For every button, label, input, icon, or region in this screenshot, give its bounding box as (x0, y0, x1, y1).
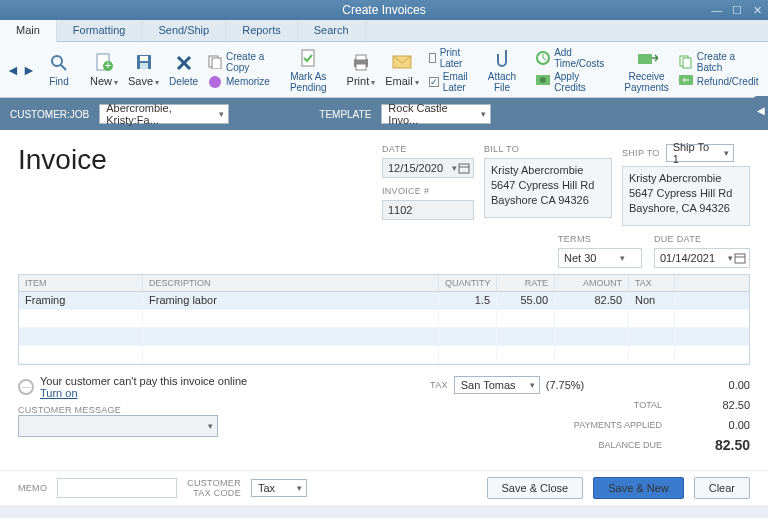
col-rate: Rate (497, 275, 555, 291)
apply-credits-button[interactable]: Apply Credits (536, 71, 604, 93)
close-button[interactable]: ✕ (750, 3, 764, 17)
customer-job-label: Customer:Job (10, 109, 89, 120)
table-row[interactable] (19, 346, 749, 364)
save-close-button[interactable]: Save & Close (487, 477, 584, 499)
email-later-checkbox[interactable]: Email Later (429, 71, 468, 93)
customer-message-label: Customer Message (18, 405, 414, 415)
checkbox-icon (429, 53, 436, 63)
col-description: Description (143, 275, 439, 291)
clear-button[interactable]: Clear (694, 477, 750, 499)
balance-due-value: 82.50 (680, 437, 750, 453)
attach-file-button[interactable]: Attach File (484, 45, 520, 95)
customer-tax-code-label: Customer Tax Code (187, 478, 241, 498)
svg-line-20 (543, 58, 546, 60)
tab-search[interactable]: Search (298, 20, 366, 41)
table-row[interactable] (19, 310, 749, 328)
tab-sendship[interactable]: Send/Ship (142, 20, 226, 41)
tab-formatting[interactable]: Formatting (57, 20, 143, 41)
total-label: Total (430, 400, 680, 410)
ship-to-address[interactable]: Kristy Abercrombie 5647 Cypress Hill Rd … (622, 166, 750, 226)
minimize-button[interactable]: — (710, 3, 724, 17)
svg-rect-23 (638, 54, 652, 64)
memo-label: Memo (18, 483, 47, 493)
svg-rect-11 (212, 58, 221, 69)
svg-text:+: + (105, 59, 111, 71)
invoice-no-label: Invoice # (382, 186, 474, 196)
svg-rect-7 (140, 63, 148, 69)
find-button[interactable]: Find (44, 50, 74, 89)
tab-reports[interactable]: Reports (226, 20, 298, 41)
ribbon: ◄ ► Find +New▾ Save▾ Delete Create a Cop… (0, 42, 768, 98)
svg-rect-16 (356, 64, 366, 70)
customer-message-dropdown[interactable] (18, 415, 218, 437)
svg-rect-25 (683, 58, 691, 68)
svg-rect-15 (356, 55, 366, 60)
new-button[interactable]: +New▾ (86, 49, 122, 90)
payments-applied-value: 0.00 (680, 419, 750, 431)
create-batch-button[interactable]: Create a Batch (679, 51, 759, 73)
total-value: 82.50 (680, 399, 750, 411)
tab-main[interactable]: Main (0, 20, 57, 42)
svg-point-12 (209, 76, 221, 88)
add-time-costs-button[interactable]: Add Time/Costs (536, 47, 604, 69)
template-dropdown[interactable]: Rock Castle Invo... (381, 104, 491, 124)
svg-point-0 (52, 56, 62, 66)
save-button[interactable]: Save▾ (124, 49, 163, 90)
bill-to-label: Bill To (484, 144, 612, 154)
svg-point-22 (540, 77, 546, 83)
col-quantity: Quantity (439, 275, 497, 291)
invoice-no-input[interactable]: 1102 (382, 200, 474, 220)
col-tax: Tax (629, 275, 675, 291)
terms-dropdown[interactable]: Net 30 (558, 248, 642, 268)
footer-bar: Memo Customer Tax Code Tax Save & Close … (0, 470, 768, 505)
svg-rect-13 (302, 50, 314, 66)
turn-on-link[interactable]: Turn on (40, 387, 78, 399)
email-button[interactable]: Email▾ (381, 49, 423, 90)
table-row[interactable] (19, 328, 749, 346)
template-label: Template (319, 109, 371, 120)
date-label: Date (382, 144, 474, 154)
customer-job-dropdown[interactable]: Abercrombie, Kristy:Fa... (99, 104, 229, 124)
payments-applied-label: Payments Applied (430, 420, 680, 430)
create-copy-button[interactable]: Create a Copy (208, 51, 270, 73)
ship-to-label: Ship To (622, 148, 660, 158)
table-row[interactable]: Framing Framing labor 1.5 55.00 82.50 No… (19, 292, 749, 310)
refund-credit-button[interactable]: Refund/Credit (679, 75, 759, 89)
due-date-input[interactable]: 01/14/2021 (654, 248, 750, 268)
print-later-checkbox[interactable]: Print Later (429, 47, 468, 69)
bill-to-address[interactable]: Kristy Abercrombie 5647 Cypress Hill Rd … (484, 158, 612, 218)
balance-due-label: Balance Due (430, 440, 680, 450)
tax-code-dropdown[interactable]: San Tomas (454, 376, 540, 394)
online-pay-message: — Your customer can't pay this invoice o… (18, 375, 414, 399)
svg-rect-6 (140, 56, 148, 61)
mark-pending-button[interactable]: Mark As Pending (286, 45, 331, 95)
tax-label: Tax (430, 380, 448, 390)
info-icon: — (18, 379, 34, 395)
calendar-icon[interactable] (458, 162, 470, 174)
col-amount: Amount (555, 275, 629, 291)
invoice-form: Invoice Date 12/15/2020 Invoice # 1102 B… (0, 130, 768, 470)
customer-tax-code-dropdown[interactable]: Tax (251, 479, 307, 497)
page-title: Invoice (18, 144, 372, 176)
maximize-button[interactable]: ☐ (730, 3, 744, 17)
date-input[interactable]: 12/15/2020 (382, 158, 474, 178)
line-item-grid[interactable]: Item Description Quantity Rate Amount Ta… (18, 274, 750, 365)
print-button[interactable]: Print▾ (343, 49, 380, 90)
calendar-icon[interactable] (734, 252, 746, 264)
memorize-button[interactable]: Memorize (208, 75, 270, 89)
side-panel-toggle[interactable]: ◀ (754, 96, 768, 124)
delete-button[interactable]: Delete (165, 50, 202, 89)
terms-label: Terms (558, 234, 642, 244)
tab-bar: Main Formatting Send/Ship Reports Search (0, 20, 768, 42)
due-date-label: Due Date (654, 234, 750, 244)
svg-line-1 (61, 65, 66, 70)
svg-rect-29 (735, 254, 745, 263)
ship-to-dropdown[interactable]: Ship To 1 (666, 144, 734, 162)
save-new-button[interactable]: Save & New (593, 477, 684, 499)
memo-input[interactable] (57, 478, 177, 498)
tax-pct: (7.75%) (546, 379, 585, 391)
titlebar: Create Invoices — ☐ ✕ (0, 0, 768, 20)
nav-forward-icon[interactable]: ► (22, 63, 36, 77)
receive-payments-button[interactable]: Receive Payments (620, 45, 672, 95)
nav-back-icon[interactable]: ◄ (6, 63, 20, 77)
